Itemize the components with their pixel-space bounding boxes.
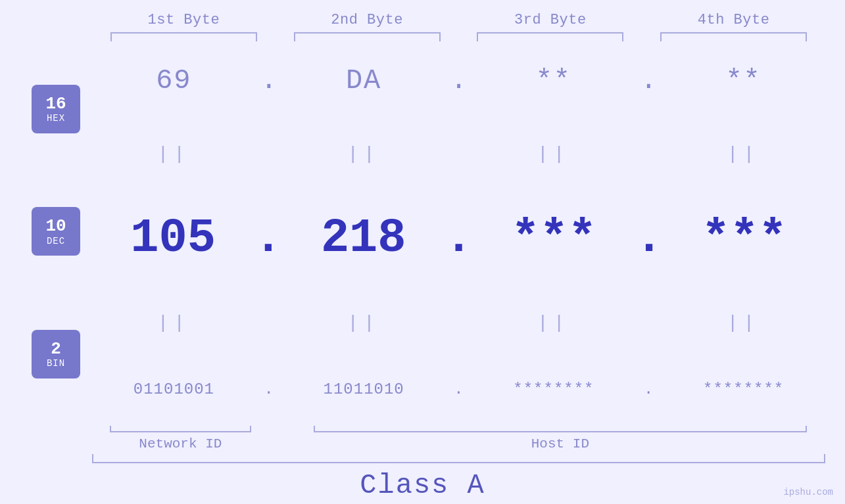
content-area: 16 HEX 10 DEC 2 BIN 69 .	[20, 41, 825, 422]
bin-badge-label: BIN	[47, 358, 65, 369]
badges-column: 16 HEX 10 DEC 2 BIN	[20, 41, 92, 422]
equals-row-2: || || || ||	[92, 313, 825, 333]
values-grid: 69 . DA . ** . **	[92, 41, 825, 422]
spacer-1	[269, 426, 295, 451]
bin-b4: ********	[662, 380, 825, 398]
top-bracket-line-2	[294, 32, 441, 41]
top-bracket-cell-2	[276, 32, 459, 41]
dec-dot-2: .	[445, 212, 473, 265]
bin-dot-2: .	[446, 380, 472, 398]
dec-badge-label: DEC	[47, 236, 65, 246]
hex-b4: **	[662, 65, 825, 97]
hex-row: 69 . DA . ** . **	[92, 65, 825, 97]
dec-b2: 218	[283, 212, 445, 265]
watermark: ipshu.com	[783, 487, 833, 497]
dec-b4: ***	[664, 212, 825, 265]
hex-badge-num: 16	[45, 95, 66, 114]
dec-b3: ***	[473, 212, 635, 265]
top-bracket-row	[92, 32, 825, 41]
host-id-label: Host ID	[531, 436, 589, 451]
byte-header-3: 3rd Byte	[459, 12, 642, 28]
bin-dot-3: .	[635, 380, 662, 398]
bin-dot-1: .	[256, 380, 282, 398]
network-id-bracket	[110, 426, 251, 432]
network-id-section: Network ID	[92, 426, 269, 451]
hex-dot-1: .	[256, 65, 282, 97]
bin-b2: 11011010	[282, 380, 446, 398]
equals-row-1: || || || ||	[92, 144, 825, 164]
top-bracket-cell-3	[459, 32, 642, 41]
bin-b3: ********	[472, 380, 636, 398]
main-container: 1st Byte 2nd Byte 3rd Byte 4th Byte 16 H…	[0, 0, 845, 504]
eq2-b3: ||	[472, 313, 636, 333]
hex-dot-2: .	[446, 65, 472, 97]
dec-badge: 10 DEC	[32, 207, 80, 256]
dec-dot-3: .	[635, 212, 663, 265]
bottom-labels-row: Network ID Host ID	[92, 426, 825, 451]
byte-header-1: 1st Byte	[92, 12, 276, 28]
byte-header-2: 2nd Byte	[276, 12, 459, 28]
hex-b1: 69	[92, 65, 256, 97]
bin-badge: 2 BIN	[32, 330, 80, 378]
full-bracket	[92, 454, 825, 463]
top-bracket-line-1	[110, 32, 257, 41]
eq1-b2: ||	[282, 144, 446, 164]
class-label-row: Class A	[0, 470, 845, 501]
network-id-label: Network ID	[139, 436, 222, 451]
dec-dot-1: .	[254, 212, 282, 265]
hex-dot-3: .	[635, 65, 662, 97]
dec-b1: 105	[92, 212, 254, 265]
dec-row: 105 . 218 . *** . ***	[92, 212, 825, 265]
host-id-section: Host ID	[295, 426, 825, 451]
top-bracket-line-4	[660, 32, 807, 41]
eq2-b2: ||	[282, 313, 446, 333]
eq1-b1: ||	[92, 144, 256, 164]
eq2-b4: ||	[662, 313, 825, 333]
byte-headers: 1st Byte 2nd Byte 3rd Byte 4th Byte	[92, 0, 825, 28]
byte-header-4: 4th Byte	[642, 12, 825, 28]
top-bracket-cell-4	[642, 32, 825, 41]
hex-b3: **	[472, 65, 636, 97]
hex-badge: 16 HEX	[32, 85, 80, 133]
class-label: Class A	[360, 470, 485, 501]
hex-badge-label: HEX	[47, 113, 65, 124]
top-bracket-cell-1	[92, 32, 276, 41]
bin-row: 01101001 . 11011010 . ******** .	[92, 380, 825, 398]
top-bracket-line-3	[477, 32, 623, 41]
bin-b1: 01101001	[92, 380, 256, 398]
eq1-b3: ||	[472, 144, 636, 164]
hex-b2: DA	[282, 65, 446, 97]
bin-badge-num: 2	[51, 340, 61, 359]
eq2-b1: ||	[92, 313, 256, 333]
host-id-bracket	[314, 426, 807, 432]
eq1-b4: ||	[662, 144, 825, 164]
dec-badge-num: 10	[45, 217, 66, 236]
